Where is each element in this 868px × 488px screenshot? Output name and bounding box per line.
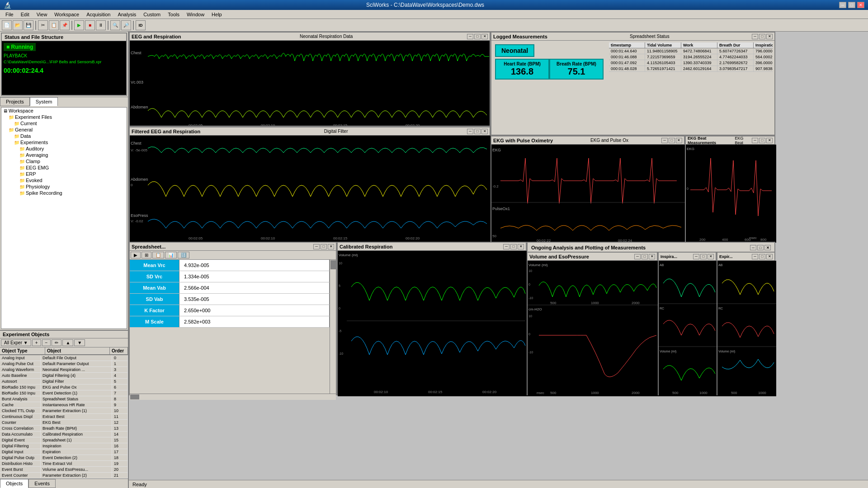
list-item[interactable]: Continuous DisplExtract Best11 (0, 414, 128, 420)
menu-view[interactable]: View (33, 11, 51, 18)
exp-table[interactable]: Analog InputDefault File Output0 Analog … (0, 355, 128, 479)
logged-minimize[interactable]: ─ (752, 34, 758, 39)
menu-help[interactable]: Help (208, 11, 226, 18)
ss-btn5[interactable]: 🔢 (178, 252, 189, 258)
list-item[interactable]: Analog InputDefault File Output0 (0, 355, 128, 361)
cal-maximize[interactable]: □ (510, 244, 517, 249)
paste-button[interactable]: 📌 (60, 20, 70, 30)
close-button[interactable]: ✕ (857, 2, 864, 8)
list-item[interactable]: Burst AnalysisSpreadsheet Status8 (0, 396, 128, 402)
logged-maximize[interactable]: □ (759, 34, 765, 39)
ss-maximize[interactable]: □ (321, 244, 327, 249)
filtered-close[interactable]: ✕ (481, 129, 488, 134)
list-item[interactable]: Data AccumulatoCalibrated Respiration14 (0, 432, 128, 437)
menu-tools[interactable]: Tools (164, 11, 183, 18)
filtered-minimize[interactable]: ─ (467, 129, 473, 134)
insp-minimize[interactable]: ─ (693, 254, 699, 259)
menu-analysis[interactable]: Analysis (114, 11, 140, 18)
list-item[interactable]: Digital EventSpreadsheet (1)15 (0, 437, 128, 443)
filtered-maximize[interactable]: □ (474, 129, 481, 134)
tree-clamp[interactable]: 📁Clamp (1, 158, 127, 164)
ss-scroll-thumb[interactable] (330, 260, 336, 269)
list-item[interactable]: Cross CorrelationBreath Rate (BPM)13 (0, 426, 128, 432)
list-item[interactable]: AutosortDigital Filter5 (0, 379, 128, 385)
logged-close[interactable]: ✕ (766, 34, 773, 39)
ongoing-close[interactable]: ✕ (764, 245, 771, 250)
list-item[interactable]: BioRadio 150 InpuEvent Detection (1)7 (0, 390, 128, 396)
list-item[interactable]: Event BurstVolume and EsoPressu...20 (0, 467, 128, 473)
tree-physiology[interactable]: 📁Physiology (1, 183, 127, 190)
pause-button[interactable]: ⏸ (96, 20, 106, 30)
insp-maximize[interactable]: □ (700, 254, 707, 259)
id-button[interactable]: ID (136, 20, 146, 30)
cut-button[interactable]: ✂ (38, 20, 48, 30)
tab-events[interactable]: Events (28, 479, 56, 488)
ekg-maximize[interactable]: □ (669, 138, 675, 143)
exp-w-close[interactable]: ✕ (766, 254, 773, 259)
list-item[interactable]: Digital FilteringInspiration16 (0, 443, 128, 449)
eeg-maximize[interactable]: □ (474, 34, 481, 39)
exp-filter-dropdown[interactable]: All Exper ▼ (1, 339, 31, 346)
tab-system[interactable]: System (30, 97, 58, 106)
list-item[interactable]: CacheInstantaneous HR Rate9 (0, 402, 128, 408)
tab-projects[interactable]: Projects (0, 97, 30, 106)
ss-hscrollbar[interactable] (130, 394, 336, 400)
exp-delete-button[interactable]: − (42, 339, 51, 346)
list-item[interactable]: Analog WaveformNeonatal Respiration ...3 (0, 367, 128, 373)
list-item[interactable]: Clocked TTL OutpParameter Extraction (1)… (0, 408, 128, 414)
tree-current[interactable]: 📁Current (1, 120, 127, 127)
ss-btn2[interactable]: ⊞ (142, 252, 151, 258)
maximize-button[interactable]: □ (848, 2, 855, 8)
new-button[interactable]: 📄 (2, 20, 12, 30)
vol-close[interactable]: ✕ (649, 254, 655, 259)
list-item[interactable]: Distribution HistoTime Extract Vol19 (0, 461, 128, 467)
exp-down-button[interactable]: ▼ (74, 339, 85, 346)
ekgbeat-close[interactable]: ✕ (766, 138, 773, 143)
vol-maximize[interactable]: □ (642, 254, 648, 259)
menu-workspace[interactable]: Workspace (51, 11, 83, 18)
insp-close[interactable]: ✕ (708, 254, 714, 259)
tree-experiments[interactable]: 📁Experiments (1, 139, 127, 145)
list-item[interactable]: Auto BaselineDigital Filtering (4)4 (0, 373, 128, 379)
tree-experiment-files[interactable]: 📁Experiment Files (1, 114, 127, 120)
eeg-close[interactable]: ✕ (481, 34, 488, 39)
menu-file[interactable]: File (2, 11, 17, 18)
exp-add-button[interactable]: + (32, 339, 41, 346)
play-button[interactable]: ▶ (74, 20, 84, 30)
ekgbeat-minimize[interactable]: ─ (752, 138, 758, 143)
ss-btn1[interactable]: ▶ (131, 252, 141, 258)
zoom-in-button[interactable]: 🔍 (110, 20, 120, 30)
list-item[interactable]: Analog Pulse OutDefault Parameter Output… (0, 361, 128, 367)
vol-minimize[interactable]: ─ (634, 254, 641, 259)
copy-button[interactable]: 📋 (49, 20, 59, 30)
list-item[interactable]: CounterEKG Best12 (0, 420, 128, 426)
eeg-minimize[interactable]: ─ (467, 34, 473, 39)
file-tree[interactable]: 🖥Workspace 📁Experiment Files 📁Current 📁G… (1, 107, 127, 329)
list-item[interactable]: Digital InputExpiration17 (0, 449, 128, 455)
cal-minimize[interactable]: ─ (503, 244, 509, 249)
list-item[interactable]: Event CounterParameter Extraction (2)21 (0, 473, 128, 479)
ekgbeat-maximize[interactable]: □ (759, 138, 765, 143)
exp-edit-button[interactable]: ✏ (52, 339, 61, 346)
exp-w-maximize[interactable]: □ (759, 254, 765, 259)
save-button[interactable]: 💾 (24, 20, 33, 30)
list-item[interactable]: Digital Pulse OutpEvent Detection (2)18 (0, 455, 128, 461)
tree-general[interactable]: 📁General (1, 127, 127, 133)
menu-window[interactable]: Window (183, 11, 208, 18)
tree-erp[interactable]: 📁ERP (1, 171, 127, 177)
open-button[interactable]: 📂 (13, 20, 23, 30)
list-item[interactable]: BioRadio 150 InpuEKG and Pulse Ox6 (0, 385, 128, 390)
cal-close[interactable]: ✕ (518, 244, 524, 249)
exp-w-minimize[interactable]: ─ (752, 254, 758, 259)
stop-button[interactable]: ■ (85, 20, 95, 30)
tree-evoked[interactable]: 📁Evoked (1, 177, 127, 183)
ss-scrollbar[interactable] (330, 260, 336, 394)
ongoing-maximize[interactable]: □ (757, 245, 764, 250)
ss-close[interactable]: ✕ (328, 244, 334, 249)
ongoing-minimize[interactable]: ─ (750, 245, 756, 250)
tree-eeg-emg[interactable]: 📁EEG EMG (1, 164, 127, 171)
tree-workspace[interactable]: 🖥Workspace (1, 108, 127, 114)
menu-custom[interactable]: Custom (140, 11, 164, 18)
zoom-out-button[interactable]: 🔎 (121, 20, 131, 30)
minimize-button[interactable]: ─ (839, 2, 846, 8)
